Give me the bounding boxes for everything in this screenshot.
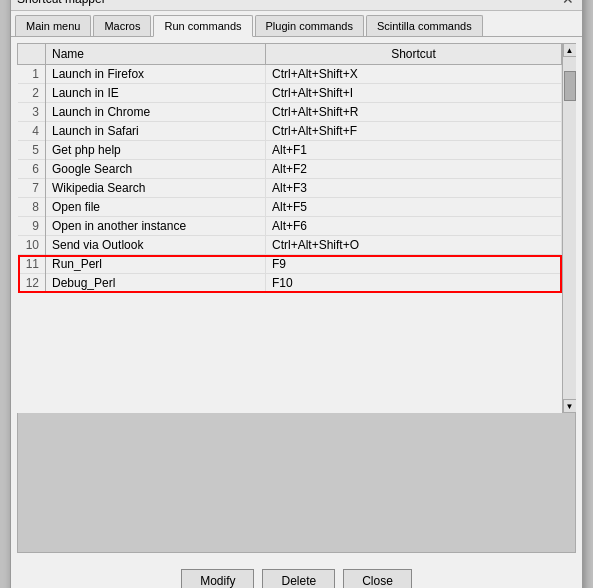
row-shortcut: Ctrl+Alt+Shift+X: [266, 65, 562, 84]
scroll-thumb[interactable]: [564, 71, 576, 101]
row-num: 9: [18, 217, 46, 236]
row-shortcut: F10: [266, 274, 562, 293]
row-shortcut: Alt+F5: [266, 198, 562, 217]
row-name: Debug_Perl: [46, 274, 266, 293]
window-title: Shortcut mapper: [17, 0, 106, 6]
shortcuts-table: Name Shortcut 1Launch in FirefoxCtrl+Alt…: [17, 43, 562, 293]
row-shortcut: F9: [266, 255, 562, 274]
table-row[interactable]: 4Launch in SafariCtrl+Alt+Shift+F: [18, 122, 562, 141]
row-name: Wikipedia Search: [46, 179, 266, 198]
row-shortcut: Ctrl+Alt+Shift+F: [266, 122, 562, 141]
table-row[interactable]: 5Get php helpAlt+F1: [18, 141, 562, 160]
row-num: 1: [18, 65, 46, 84]
row-num: 10: [18, 236, 46, 255]
row-shortcut: Ctrl+Alt+Shift+R: [266, 103, 562, 122]
table-row[interactable]: 6Google SearchAlt+F2: [18, 160, 562, 179]
content-area: Name Shortcut 1Launch in FirefoxCtrl+Alt…: [11, 37, 582, 559]
tab-macros[interactable]: Macros: [93, 15, 151, 36]
table-row[interactable]: 8Open fileAlt+F5: [18, 198, 562, 217]
table-row[interactable]: 12Debug_PerlF10: [18, 274, 562, 293]
table-row[interactable]: 3Launch in ChromeCtrl+Alt+Shift+R: [18, 103, 562, 122]
tabs-bar: Main menu Macros Run commands Plugin com…: [11, 11, 582, 37]
row-name: Run_Perl: [46, 255, 266, 274]
table-row[interactable]: 9Open in another instanceAlt+F6: [18, 217, 562, 236]
scroll-down-button[interactable]: ▼: [563, 399, 577, 413]
row-name: Launch in Safari: [46, 122, 266, 141]
row-shortcut: Alt+F2: [266, 160, 562, 179]
scroll-up-button[interactable]: ▲: [563, 43, 577, 57]
row-num: 5: [18, 141, 46, 160]
row-num: 6: [18, 160, 46, 179]
row-shortcut: Ctrl+Alt+Shift+O: [266, 236, 562, 255]
row-num: 2: [18, 84, 46, 103]
table-row[interactable]: 2Launch in IECtrl+Alt+Shift+I: [18, 84, 562, 103]
row-shortcut: Alt+F6: [266, 217, 562, 236]
col-header-name: Name: [46, 44, 266, 65]
row-name: Launch in Firefox: [46, 65, 266, 84]
row-name: Open file: [46, 198, 266, 217]
row-name: Open in another instance: [46, 217, 266, 236]
table-row[interactable]: 11Run_PerlF9: [18, 255, 562, 274]
delete-button[interactable]: Delete: [262, 569, 335, 588]
empty-area: [17, 413, 576, 553]
table-body: 1Launch in FirefoxCtrl+Alt+Shift+X2Launc…: [18, 65, 562, 293]
footer-buttons: Modify Delete Close: [11, 559, 582, 588]
tab-main-menu[interactable]: Main menu: [15, 15, 91, 36]
row-name: Send via Outlook: [46, 236, 266, 255]
row-shortcut: Alt+F3: [266, 179, 562, 198]
table-row[interactable]: 1Launch in FirefoxCtrl+Alt+Shift+X: [18, 65, 562, 84]
close-window-button[interactable]: ✕: [560, 0, 576, 6]
close-button[interactable]: Close: [343, 569, 412, 588]
tab-plugin-commands[interactable]: Plugin commands: [255, 15, 364, 36]
shortcut-mapper-window: Shortcut mapper ✕ Main menu Macros Run c…: [10, 0, 583, 588]
row-name: Get php help: [46, 141, 266, 160]
modify-button[interactable]: Modify: [181, 569, 254, 588]
table-row[interactable]: 10Send via OutlookCtrl+Alt+Shift+O: [18, 236, 562, 255]
row-num: 4: [18, 122, 46, 141]
row-num: 3: [18, 103, 46, 122]
row-num: 7: [18, 179, 46, 198]
table-wrapper: Name Shortcut 1Launch in FirefoxCtrl+Alt…: [17, 43, 576, 413]
table-container: Name Shortcut 1Launch in FirefoxCtrl+Alt…: [17, 43, 562, 293]
row-num: 11: [18, 255, 46, 274]
row-num: 8: [18, 198, 46, 217]
row-shortcut: Alt+F1: [266, 141, 562, 160]
col-header-shortcut: Shortcut: [266, 44, 562, 65]
table-row[interactable]: 7Wikipedia SearchAlt+F3: [18, 179, 562, 198]
scrollbar[interactable]: ▲ ▼: [562, 43, 576, 413]
col-header-num: [18, 44, 46, 65]
row-name: Launch in IE: [46, 84, 266, 103]
tab-run-commands[interactable]: Run commands: [153, 15, 252, 37]
row-num: 12: [18, 274, 46, 293]
row-name: Launch in Chrome: [46, 103, 266, 122]
title-bar: Shortcut mapper ✕: [11, 0, 582, 11]
row-shortcut: Ctrl+Alt+Shift+I: [266, 84, 562, 103]
tab-scintilla-commands[interactable]: Scintilla commands: [366, 15, 483, 36]
row-name: Google Search: [46, 160, 266, 179]
